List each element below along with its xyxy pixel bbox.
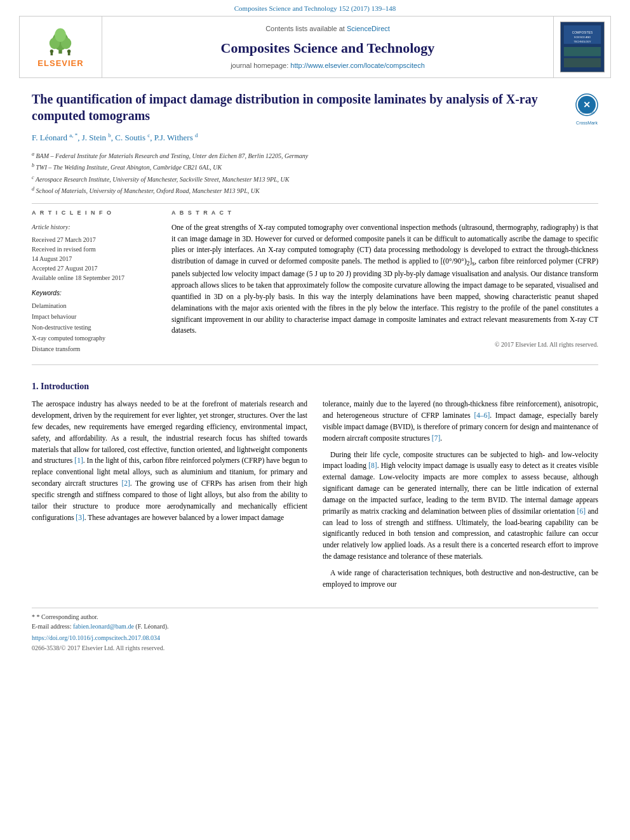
article-info-abstract: A R T I C L E I N F O Article history: R… <box>32 209 598 354</box>
footer-corresponding-label: * Corresponding author. <box>37 613 98 620</box>
keyword-2: Impact behaviour <box>32 311 159 322</box>
affil-1-text: BAM – Federal Institute for Materials Re… <box>36 152 309 159</box>
footer-issn: 0266-3538/© 2017 Elsevier Ltd. All right… <box>32 644 598 653</box>
footer-email-author: (F. Léonard). <box>135 623 168 630</box>
affil-1-sup: a <box>32 151 34 157</box>
received-date: Received 27 March 2017 <box>32 235 159 244</box>
author-2-sup: b <box>108 132 111 138</box>
received-revised-label: Received in revised form <box>32 244 159 254</box>
journal-cover-area: COMPOSITES SCIENCE AND TECHNOLOGY <box>553 17 610 77</box>
sciencedirect-link[interactable]: ScienceDirect <box>347 25 390 32</box>
intro-right-para-3: A wide range of characterisation techniq… <box>323 568 598 590</box>
intro-left-col: The aerospace industry has always needed… <box>32 399 307 595</box>
introduction-section: 1. Introduction The aerospace industry h… <box>32 380 598 596</box>
article-info-heading: A R T I C L E I N F O <box>32 209 159 217</box>
footer-corresponding: * * Corresponding author. <box>32 612 598 622</box>
intro-right-para-1: tolerance, mainly due to the layered (no… <box>323 399 598 444</box>
crossmark-area: ✕ CrossMark CrossMark <box>575 93 598 126</box>
section-title: 1. Introduction <box>32 380 598 393</box>
introduction-body: The aerospace industry has always needed… <box>32 399 598 595</box>
ref-7[interactable]: [7] <box>432 434 440 442</box>
affil-4: d School of Materials, University of Man… <box>32 185 598 196</box>
section-divider <box>32 203 598 204</box>
intro-right-col: tolerance, mainly due to the layered (no… <box>323 399 598 595</box>
crossmark-icon: ✕ CrossMark <box>575 93 598 116</box>
abstract-text: One of the great strengths of X-ray comp… <box>171 222 598 337</box>
available-online: Available online 18 September 2017 <box>32 273 159 283</box>
affil-3: c Aerospace Research Institute, Universi… <box>32 174 598 184</box>
article-title: The quantification of impact damage dist… <box>32 91 598 124</box>
keywords-label: Keywords: <box>32 289 159 298</box>
section-divider-2 <box>32 364 598 365</box>
article-content: ✕ CrossMark CrossMark The quantification… <box>0 91 630 653</box>
homepage-url[interactable]: http://www.elsevier.com/locate/compscite… <box>290 62 425 69</box>
journal-reference-bar: Composites Science and Technology 152 (2… <box>0 0 630 16</box>
section-heading: Introduction <box>41 382 89 391</box>
contents-label: Contents lists available at <box>265 25 345 32</box>
journal-header: ELSEVIER Contents lists available at Sci… <box>19 16 611 78</box>
author-4: P.J. Withers <box>154 133 193 143</box>
elsevier-tree-icon <box>41 25 79 57</box>
received-revised-date: 14 August 2017 <box>32 254 159 263</box>
history-label: Article history: <box>32 222 159 232</box>
svg-text:TECHNOLOGY: TECHNOLOGY <box>573 41 591 44</box>
contents-line: Contents lists available at ScienceDirec… <box>265 24 390 34</box>
affil-2-text: TWI – The Welding Institute, Great Abing… <box>36 164 222 171</box>
article-history: Article history: Received 27 March 2017 … <box>32 222 159 283</box>
affil-1: a BAM – Federal Institute for Materials … <box>32 150 598 161</box>
keyword-1: Delamination <box>32 300 159 311</box>
footer-email-label: E-mail address: <box>32 623 71 630</box>
svg-text:SCIENCE AND: SCIENCE AND <box>573 36 590 39</box>
svg-rect-11 <box>563 47 600 57</box>
homepage-line: journal homepage: http://www.elsevier.co… <box>231 61 425 70</box>
svg-text:COMPOSITES: COMPOSITES <box>572 31 593 34</box>
footer-doi[interactable]: https://doi.org/10.1016/j.compscitech.20… <box>32 634 598 643</box>
footer-email-line: E-mail address: fabien.leonard@bam.de (F… <box>32 622 598 631</box>
header-center-content: Contents lists available at ScienceDirec… <box>102 17 553 77</box>
section-number: 1. <box>32 382 41 391</box>
copyright-line: © 2017 Elsevier Ltd. All rights reserved… <box>171 340 598 349</box>
affil-3-text: Aerospace Research Institute, University… <box>36 176 290 183</box>
homepage-label: journal homepage: <box>231 62 288 69</box>
svg-rect-7 <box>51 53 53 56</box>
ref-8[interactable]: [8] <box>368 462 377 469</box>
ref-1[interactable]: [1] <box>74 457 83 464</box>
keyword-5: Distance transform <box>32 343 159 354</box>
svg-rect-12 <box>563 58 600 68</box>
affil-2-sup: b <box>32 163 34 168</box>
intro-para-1: The aerospace industry has always needed… <box>32 399 307 523</box>
author-3-sup: c <box>147 132 150 138</box>
ref-4-6[interactable]: [4–6] <box>474 411 490 419</box>
abstract-heading: A B S T R A C T <box>171 209 598 217</box>
ref-2[interactable]: [2] <box>121 479 130 487</box>
svg-text:✕: ✕ <box>583 100 591 110</box>
author-1-sup: a, * <box>69 132 77 138</box>
keywords-section: Keywords: Delamination Impact behaviour … <box>32 289 159 354</box>
footer-star: * <box>32 613 35 620</box>
intro-right-para-2: During their life cycle, composite struc… <box>323 450 598 563</box>
affil-2: b TWI – The Welding Institute, Great Abi… <box>32 162 598 172</box>
crossmark-label: CrossMark <box>575 120 598 126</box>
article-title-section: ✕ CrossMark CrossMark The quantification… <box>32 91 598 124</box>
affiliations: a BAM – Federal Institute for Materials … <box>32 150 598 196</box>
ref-3[interactable]: [3] <box>76 514 84 521</box>
article-info-column: A R T I C L E I N F O Article history: R… <box>32 209 159 354</box>
elsevier-wordmark: ELSEVIER <box>37 58 83 69</box>
svg-point-4 <box>55 29 66 43</box>
elsevier-logo-area: ELSEVIER <box>20 17 102 77</box>
cover-svg: COMPOSITES SCIENCE AND TECHNOLOGY <box>561 22 604 72</box>
ref-6b[interactable]: [6] <box>577 507 586 515</box>
authors-line: F. Léonard a, *, J. Stein b, C. Soutis c… <box>32 131 598 144</box>
keyword-4: X-ray computed tomography <box>32 333 159 343</box>
journal-ref-text: Composites Science and Technology 152 (2… <box>234 4 396 12</box>
author-3: C. Soutis <box>115 133 145 143</box>
affil-4-text: School of Materials, University of Manch… <box>36 187 260 194</box>
accepted-date: Accepted 27 August 2017 <box>32 263 159 273</box>
abstract-column: A B S T R A C T One of the great strengt… <box>171 209 598 354</box>
elsevier-logo: ELSEVIER <box>37 25 83 69</box>
author-4-sup: d <box>195 132 198 138</box>
footer-section: * * Corresponding author. E-mail address… <box>32 608 598 653</box>
footer-email[interactable]: fabien.leonard@bam.de <box>73 623 134 630</box>
svg-text:CrossMark: CrossMark <box>579 110 595 114</box>
keyword-3: Non-destructive testing <box>32 322 159 333</box>
